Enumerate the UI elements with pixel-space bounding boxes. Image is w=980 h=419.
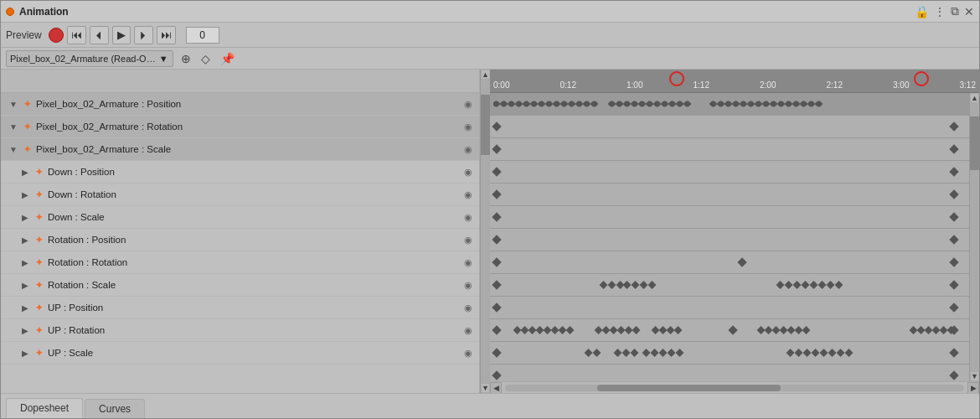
object-selector[interactable]: Pixel_box_02_Armature (Read-O… ▼ (6, 50, 173, 67)
left-vscroll[interactable]: ▲ ▼ (480, 70, 490, 393)
scroll-right-arrow[interactable]: ▶ (967, 382, 979, 394)
keyframe[interactable] (513, 326, 521, 334)
keyframe[interactable] (835, 281, 843, 289)
expand-icon[interactable]: ▼ (8, 121, 19, 132)
keyframe[interactable] (492, 167, 501, 176)
keyframe[interactable] (565, 326, 574, 334)
eye-icon[interactable]: ◉ (461, 323, 476, 338)
expand-icon[interactable]: ▶ (19, 189, 31, 200)
keyframe[interactable] (819, 349, 828, 357)
frame-input[interactable] (186, 27, 219, 44)
track-row[interactable]: ▶ ✦ UP : Scale ◉ (1, 342, 479, 365)
eye-icon[interactable]: ◉ (461, 255, 476, 270)
keyframe[interactable] (648, 281, 657, 289)
keyframe[interactable] (802, 326, 811, 334)
eye-icon[interactable]: ◉ (461, 277, 476, 292)
keyframe[interactable] (728, 325, 737, 334)
track-row[interactable]: ▶ ✦ UP : Position ◉ (1, 297, 479, 319)
keyframe[interactable] (786, 349, 794, 357)
expand-icon[interactable]: ▶ (19, 347, 31, 359)
keyframe[interactable] (492, 325, 501, 334)
keyframe[interactable] (492, 370, 501, 380)
keyframe[interactable] (802, 349, 811, 357)
keyframe[interactable] (492, 144, 501, 153)
keyframe[interactable] (591, 101, 599, 107)
scroll-down-arrow[interactable]: ▼ (970, 371, 979, 381)
playhead-2[interactable] (921, 70, 922, 93)
expand-icon[interactable]: ▶ (19, 256, 31, 268)
keyframe[interactable] (632, 281, 640, 289)
play-button[interactable]: ▶ (112, 26, 131, 44)
keyframe[interactable] (785, 281, 793, 289)
track-row[interactable]: ▶ ✦ Rotation : Scale ◉ (1, 274, 479, 297)
keyframe[interactable] (738, 257, 747, 266)
track-row[interactable]: ▶ ✦ UP : Rotation ◉ (1, 319, 479, 342)
keyframe[interactable] (528, 326, 536, 334)
record-button[interactable] (49, 28, 64, 43)
keyframe[interactable] (535, 326, 544, 334)
restore-icon[interactable]: ⧉ (951, 4, 959, 18)
keyframe[interactable] (836, 349, 844, 357)
playhead-1[interactable] (676, 70, 678, 93)
step-back-button[interactable]: ⏴ (90, 26, 109, 44)
keyframe[interactable] (520, 326, 529, 334)
keyframe[interactable] (622, 349, 630, 357)
keyframe[interactable] (668, 349, 676, 357)
expand-icon[interactable]: ▶ (19, 166, 31, 178)
track-row[interactable]: ▶ ✦ Down : Scale ◉ (1, 206, 479, 229)
keyframe[interactable] (492, 189, 501, 199)
keyframe[interactable] (607, 281, 616, 289)
expand-icon[interactable]: ▶ (19, 279, 31, 291)
tab-dopesheet[interactable]: Dopesheet (6, 398, 83, 418)
keyframe[interactable] (949, 189, 958, 199)
track-row[interactable]: ▼ ✦ Pixel_box_02_Armature : Scale ◉ (1, 138, 479, 161)
keyframe[interactable] (632, 326, 640, 334)
expand-icon[interactable]: ▶ (19, 234, 31, 246)
keyframe[interactable] (802, 281, 810, 289)
keyframe[interactable] (949, 144, 958, 153)
keyframe[interactable] (613, 349, 622, 357)
scroll-down-arrow[interactable]: ▼ (481, 383, 490, 393)
keyframe[interactable] (492, 235, 501, 244)
pin-icon[interactable]: 📌 (218, 51, 237, 66)
skip-end-button[interactable]: ⏭ (157, 26, 176, 44)
bottom-scrollbar[interactable]: ◀ ▶ (490, 381, 979, 393)
expand-icon[interactable]: ▶ (19, 211, 31, 223)
track-row[interactable]: ▶ ✦ Down : Rotation ◉ (1, 184, 479, 206)
scroll-thumb[interactable] (970, 116, 979, 170)
keyframe[interactable] (683, 101, 692, 107)
scroll-thumb[interactable] (597, 385, 781, 391)
keyframe[interactable] (651, 349, 659, 357)
eye-icon[interactable]: ◉ (461, 142, 476, 157)
track-row[interactable]: ▼ ✦ Pixel_box_02_Armature : Position ◉ (1, 93, 479, 116)
keyframe[interactable] (776, 281, 785, 289)
keyframe[interactable] (593, 349, 601, 357)
keyframe[interactable] (623, 281, 632, 289)
keyframe[interactable] (558, 326, 566, 334)
keyframe[interactable] (492, 257, 501, 266)
keyframe[interactable] (827, 281, 835, 289)
eye-icon[interactable]: ◉ (461, 187, 476, 202)
keyframe[interactable] (630, 349, 638, 357)
expand-icon[interactable]: ▼ (8, 98, 19, 110)
keyframe[interactable] (949, 122, 958, 131)
tab-curves[interactable]: Curves (85, 399, 145, 418)
keyframe[interactable] (492, 348, 501, 357)
menu-icon[interactable]: ⋮ (934, 5, 946, 18)
keyframe[interactable] (492, 212, 501, 221)
track-row[interactable]: ▶ ✦ Down : Position ◉ (1, 161, 479, 184)
keyframe[interactable] (811, 349, 819, 357)
eye-icon[interactable]: ◉ (461, 345, 476, 360)
scroll-thumb[interactable] (481, 95, 490, 155)
eye-icon[interactable]: ◉ (461, 210, 476, 225)
keyframe[interactable] (828, 349, 836, 357)
timeline-vscroll[interactable]: ▲ ▼ (969, 93, 979, 381)
keyframe[interactable] (844, 349, 853, 357)
eye-icon[interactable]: ◉ (461, 119, 476, 134)
keyframe[interactable] (949, 348, 958, 357)
eye-icon[interactable]: ◉ (461, 96, 476, 111)
keyframe[interactable] (794, 349, 802, 357)
keyframe[interactable] (659, 349, 668, 357)
keyframe[interactable] (492, 280, 501, 289)
lock-icon[interactable]: 🔒 (915, 5, 929, 18)
